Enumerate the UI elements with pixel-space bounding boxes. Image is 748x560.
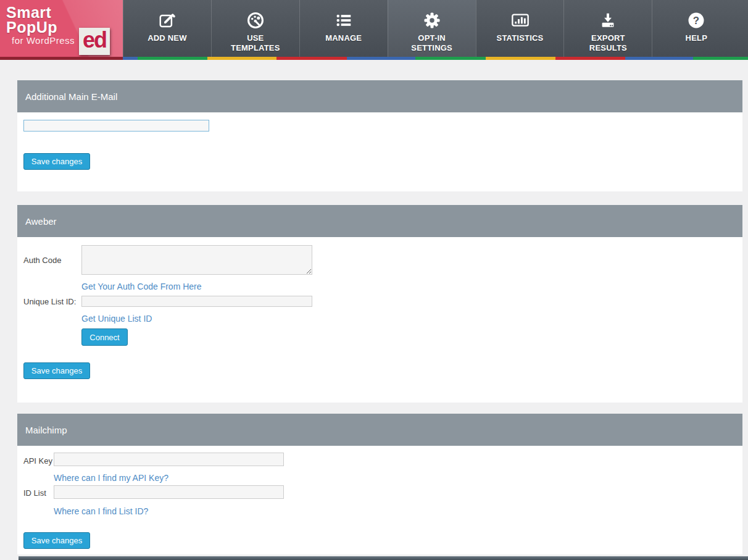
section-body-mailchimp: API Key Where can I find my API Key? ID … [17,446,742,554]
save-changes-button[interactable]: Save changes [23,153,90,170]
get-unique-list-id-link[interactable]: Get Unique List ID [81,314,152,324]
nav-item-add-new[interactable]: ADD NEW [123,0,211,57]
section-header-aweber: Aweber [17,205,742,237]
list-icon [335,10,353,30]
download-icon [599,10,617,30]
connect-button[interactable]: Connect [81,328,128,346]
nav-label: EXPORT RESULTS [578,33,638,53]
nav-label: STATISTICS [497,33,544,43]
section-body-additional-email: Save changes [17,112,742,191]
add-new-icon [158,10,177,30]
nav-color-stripe [123,57,748,60]
save-changes-button[interactable]: Save changes [23,362,90,379]
api-key-input[interactable] [54,453,284,466]
nav-item-use-templates[interactable]: USE TEMPLATES [211,0,299,57]
nav-label: ADD NEW [148,33,187,43]
unique-list-id-label: Unique List ID: [23,297,76,306]
find-api-key-link[interactable]: Where can I find my API Key? [54,473,168,483]
optin-settings-page: Smart PopUp for WordPress ed ADD NEW [0,0,748,560]
section-header-mailchimp: Mailchimp [17,414,742,446]
section-title: Aweber [25,216,57,227]
top-navbar: Smart PopUp for WordPress ed ADD NEW [0,0,748,60]
section-body-aweber: Auth Code Get Your Auth Code From Here U… [17,237,742,403]
logo-bottom-stripe [0,57,123,60]
auth-code-textarea[interactable] [81,245,312,275]
auth-code-label: Auth Code [23,256,61,265]
nav-menu: ADD NEW USE TEMPLATES [123,0,748,57]
nav-label: OPT-IN SETTINGS [402,33,462,53]
api-key-label: API Key [23,456,52,466]
help-question-icon: ? [687,10,705,30]
additional-email-input[interactable] [23,120,209,132]
bar-chart-icon [510,10,530,30]
id-list-label: ID List [23,488,46,498]
id-list-input[interactable] [54,485,284,499]
gear-icon [423,10,441,30]
clipped-bottom-bar [19,556,748,560]
envato-ed-badge: ed [79,28,110,55]
nav-label: USE TEMPLATES [225,33,286,53]
nav-item-opt-in-settings[interactable]: OPT-IN SETTINGS [388,0,476,57]
nav-item-manage[interactable]: MANAGE [299,0,388,57]
section-title: Additional Main E-Mail [25,91,117,102]
unique-list-id-input[interactable] [81,296,312,307]
find-list-id-link[interactable]: Where can I find List ID? [54,506,148,516]
nav-item-export-results[interactable]: EXPORT RESULTS [563,0,652,57]
section-header-additional-email: Additional Main E-Mail [17,80,742,112]
nav-label: HELP [686,33,707,43]
logo-title-line2: PopUp [6,19,57,36]
section-title: Mailchimp [25,425,67,435]
logo-tagline: for WordPress [12,35,75,46]
svg-text:?: ? [693,15,699,27]
app-logo: Smart PopUp for WordPress ed [0,0,123,57]
nav-label: MANAGE [325,33,362,43]
nav-item-help[interactable]: ? HELP [652,0,740,57]
save-changes-button[interactable]: Save changes [23,532,90,549]
nav-item-statistics[interactable]: STATISTICS [476,0,564,57]
templates-gauge-icon [246,10,265,30]
get-auth-code-link[interactable]: Get Your Auth Code From Here [81,282,202,291]
